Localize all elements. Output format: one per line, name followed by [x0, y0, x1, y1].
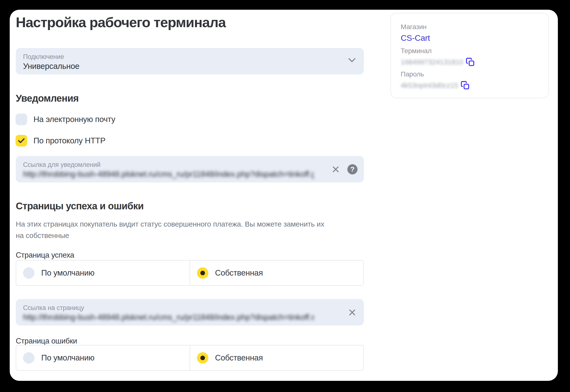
error-custom-label: Собственная [215, 353, 263, 363]
terminal-info-card: Магазин CS-Cart Терминал 168499732413181… [390, 13, 549, 98]
copy-password-icon[interactable] [461, 81, 470, 90]
success-page-url-value: http://throbbing-bush-48948.plsknet.ru/c… [23, 313, 314, 322]
success-default-radio[interactable] [23, 267, 34, 279]
notification-url-label: Ссылка для уведомлений [23, 161, 100, 168]
terminal-value: 1684997324131810 [401, 58, 463, 66]
error-default-label: По умолчанию [41, 353, 95, 363]
pages-description-line1: На этих страницах покупатель видит стату… [16, 220, 324, 228]
page-title: Настройка рабочего терминала [16, 14, 226, 30]
success-custom-option[interactable]: Собственная [190, 261, 364, 285]
email-notification-checkbox[interactable] [15, 113, 27, 125]
error-page-label: Страница ошибки [16, 337, 77, 345]
chevron-down-icon [348, 57, 356, 63]
terminal-label: Терминал [401, 47, 539, 55]
success-page-radio-group: По умолчанию Собственная [16, 260, 364, 286]
pages-description: На этих страницах покупатель видит стату… [16, 218, 355, 241]
connection-select-label: Подключение [23, 53, 64, 61]
terminal-settings-page: Настройка рабочего терминала Подключение… [10, 10, 558, 381]
error-page-radio-group: По умолчанию Собственная [16, 345, 364, 371]
connection-select[interactable]: Подключение Универсальное [16, 48, 364, 74]
email-notification-row: На электронную почту [15, 113, 115, 125]
help-icon[interactable]: ? [347, 164, 358, 174]
shop-link[interactable]: CS-Cart [401, 33, 430, 43]
notification-url-value: http://throbbing-bush-48948.plsknet.ru/c… [23, 169, 314, 179]
clear-success-url-icon[interactable] [347, 307, 358, 318]
success-default-label: По умолчанию [41, 268, 95, 278]
http-notification-row: По протоколу HTTP [15, 135, 106, 147]
pages-heading: Страницы успеха и ошибки [16, 200, 144, 211]
shop-label: Магазин [401, 23, 539, 31]
email-notification-label: На электронную почту [33, 115, 115, 124]
password-value: 4k53npInt3d0cz15 [401, 82, 458, 89]
pages-description-line2: на собственные [16, 231, 69, 239]
error-default-option[interactable]: По умолчанию [16, 345, 190, 370]
copy-terminal-icon[interactable] [466, 57, 475, 67]
connection-select-value: Универсальное [23, 62, 79, 71]
success-custom-radio[interactable] [197, 267, 208, 279]
password-label: Пароль [401, 70, 539, 78]
error-custom-option[interactable]: Собственная [190, 345, 364, 370]
http-notification-checkbox[interactable] [15, 135, 27, 147]
error-custom-radio[interactable] [197, 352, 208, 364]
success-page-url-label: Ссылка на страницу [23, 304, 84, 312]
screen: Настройка рабочего терминала Подключение… [0, 0, 570, 392]
notifications-heading: Уведомления [16, 93, 79, 104]
success-default-option[interactable]: По умолчанию [16, 261, 190, 285]
checkmark-icon [18, 138, 25, 143]
success-custom-label: Собственная [215, 268, 263, 278]
notification-url-field[interactable]: Ссылка для уведомлений http://throbbing-… [16, 156, 364, 182]
success-page-label: Страница успеха [16, 251, 74, 260]
success-page-url-field[interactable]: Ссылка на страницу http://throbbing-bush… [16, 299, 364, 325]
error-default-radio[interactable] [23, 352, 34, 364]
http-notification-label: По протоколу HTTP [33, 136, 106, 145]
clear-notification-url-icon[interactable] [330, 164, 341, 175]
